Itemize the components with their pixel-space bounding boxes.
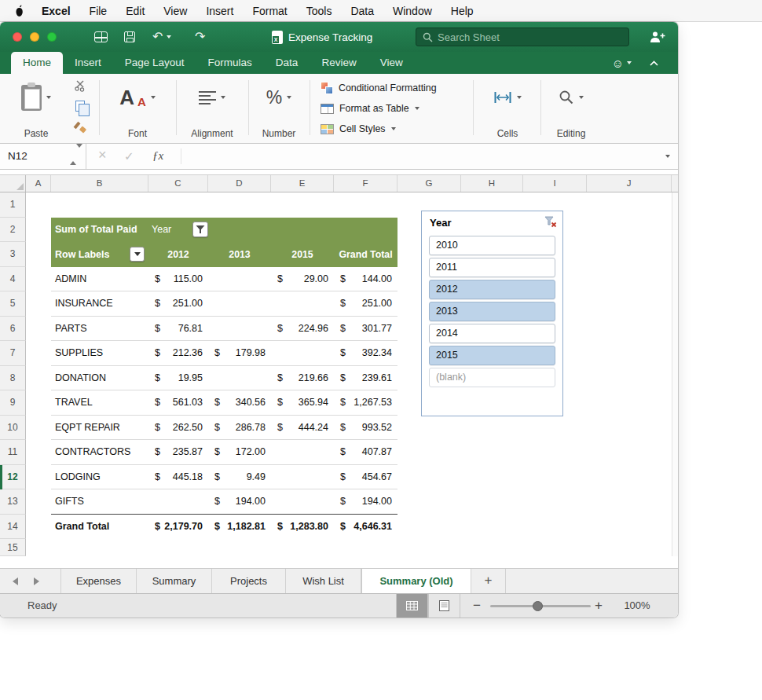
pivot-value-cell[interactable]: $4,646.31 — [334, 521, 397, 532]
column-header-i[interactable]: I — [523, 175, 587, 192]
pivot-row-label[interactable]: TRAVEL — [51, 397, 148, 408]
pivot-row-label[interactable]: LODGING — [51, 471, 148, 482]
pivot-value-cell[interactable]: $1,182.81 — [208, 521, 271, 532]
cancel-entry-icon[interactable]: × — [98, 147, 107, 163]
confirm-entry-icon[interactable]: ✓ — [124, 149, 134, 163]
row-header-4[interactable]: 4 — [0, 267, 26, 292]
pivot-row-label[interactable]: PARTS — [51, 323, 148, 334]
slicer-item-2011[interactable]: 2011 — [429, 258, 555, 277]
column-header-h[interactable]: H — [461, 175, 523, 192]
sheet-tab-summary[interactable]: Summary — [137, 569, 212, 593]
row-header-7[interactable]: 7 — [0, 341, 26, 366]
row-header-14[interactable]: 14 — [0, 515, 26, 540]
menu-item-help[interactable]: Help — [441, 5, 483, 17]
pivot-value-cell[interactable]: $219.66 — [271, 372, 334, 383]
slicer-item-2014[interactable]: 2014 — [429, 324, 555, 343]
pivot-row-label[interactable]: ADMIN — [51, 273, 148, 284]
pivot-value-cell[interactable]: $286.78 — [208, 422, 271, 433]
ribbon-tab-data[interactable]: Data — [264, 52, 310, 74]
apple-menu-icon[interactable] — [14, 5, 24, 17]
name-box-stepper[interactable] — [70, 148, 81, 162]
ribbon-tab-formulas[interactable]: Formulas — [196, 52, 264, 74]
ribbon-tab-insert[interactable]: Insert — [63, 52, 113, 74]
copy-icon[interactable] — [72, 98, 88, 114]
name-box[interactable]: N12 — [0, 144, 86, 169]
normal-view-button[interactable] — [396, 594, 428, 618]
column-header-d[interactable]: D — [208, 175, 271, 192]
pivot-value-cell[interactable]: $2,179.70 — [148, 521, 208, 532]
pivot-value-cell[interactable]: $144.00 — [334, 273, 397, 284]
editing-button[interactable] — [545, 79, 597, 116]
ribbon-tab-view[interactable]: View — [368, 52, 415, 74]
pivot-value-cell[interactable]: $224.96 — [271, 323, 334, 334]
formula-bar[interactable]: N12 × ✓ ƒx — [0, 144, 678, 170]
pivot-row-label[interactable]: DONATION — [51, 372, 148, 383]
pivot-value-cell[interactable]: $194.00 — [334, 496, 397, 507]
row-header-8[interactable]: 8 — [0, 366, 26, 391]
column-header-a[interactable]: A — [26, 175, 51, 192]
zoom-out-button[interactable]: − — [473, 594, 481, 617]
row-labels-dropdown-button[interactable] — [130, 247, 145, 262]
menu-item-tools[interactable]: Tools — [297, 5, 342, 17]
row-header-6[interactable]: 6 — [0, 317, 26, 342]
ribbon-tab-review[interactable]: Review — [310, 52, 368, 74]
search-input[interactable] — [438, 31, 622, 43]
cut-icon[interactable] — [72, 78, 88, 93]
column-header-b[interactable]: B — [51, 175, 148, 192]
feedback-smiley-icon[interactable]: ☺ — [612, 57, 632, 70]
row-header-2[interactable]: 2 — [0, 218, 26, 243]
row-header-5[interactable]: 5 — [0, 291, 26, 317]
redo-icon[interactable]: ↷ — [195, 22, 205, 52]
sheet-tab-expenses[interactable]: Expenses — [61, 569, 137, 593]
column-header-j[interactable]: J — [587, 175, 672, 192]
font-button[interactable]: AA — [104, 79, 171, 116]
sheet-grid[interactable]: 123456789101112131415 Sum of Total Paid … — [0, 192, 678, 556]
column-header-e[interactable]: E — [271, 175, 334, 192]
conditional-formatting-button[interactable]: Conditional Formatting — [321, 80, 437, 96]
format-as-table-button[interactable]: Format as Table — [321, 101, 419, 116]
sheet-tab-wish-list[interactable]: Wish List — [286, 569, 361, 593]
row-header-11[interactable]: 11 — [0, 440, 26, 465]
pivot-row-label[interactable]: SUPPLIES — [51, 347, 148, 358]
clear-filter-icon[interactable] — [544, 216, 557, 231]
pivot-column-header-grand-total[interactable]: Grand Total — [334, 249, 397, 260]
close-window-button[interactable] — [13, 32, 22, 42]
pivot-value-cell[interactable]: $262.50 — [148, 422, 208, 433]
pivot-value-cell[interactable]: $19.95 — [148, 372, 208, 383]
pivot-value-cell[interactable]: $365.94 — [271, 397, 334, 408]
pivot-title[interactable]: Sum of Total Paid — [51, 224, 148, 235]
pivot-value-cell[interactable]: $212.36 — [148, 347, 208, 358]
pivot-value-cell[interactable]: $251.00 — [148, 298, 208, 309]
pivot-row-label[interactable]: INSURANCE — [51, 298, 148, 309]
pivot-value-cell[interactable]: $239.61 — [334, 372, 397, 383]
add-sheet-button[interactable]: + — [471, 569, 506, 593]
slicer-item-blank[interactable]: (blank) — [429, 368, 555, 387]
previous-sheet-icon[interactable] — [13, 577, 18, 585]
pivot-value-cell[interactable]: $172.00 — [208, 446, 271, 457]
row-header-15[interactable]: 15 — [0, 539, 26, 556]
slicer-item-2015[interactable]: 2015 — [429, 346, 555, 365]
slicer-item-2013[interactable]: 2013 — [429, 302, 555, 321]
save-icon[interactable] — [124, 22, 135, 52]
undo-dropdown-icon[interactable] — [167, 35, 171, 38]
pivot-row-label[interactable]: GIFTS — [51, 496, 148, 507]
pivot-column-header-2013[interactable]: 2013 — [208, 249, 271, 260]
pivot-row-label[interactable]: CONTRACTORS — [51, 446, 148, 457]
share-add-people-icon[interactable] — [649, 31, 665, 46]
pivot-column-header-2012[interactable]: 2012 — [148, 249, 208, 260]
pivot-value-cell[interactable]: $301.77 — [334, 323, 397, 334]
sheet-tab-projects[interactable]: Projects — [212, 569, 286, 593]
menu-item-file[interactable]: File — [80, 5, 117, 17]
slicer-item-2010[interactable]: 2010 — [429, 236, 555, 255]
pivot-value-cell[interactable]: $235.87 — [148, 446, 208, 457]
pivot-row-label[interactable]: Grand Total — [51, 521, 148, 532]
menu-item-edit[interactable]: Edit — [116, 5, 154, 17]
pivot-value-cell[interactable]: $179.98 — [208, 347, 271, 358]
ribbon-tab-home[interactable]: Home — [11, 52, 63, 74]
row-header-13[interactable]: 13 — [0, 489, 26, 515]
pivot-value-cell[interactable]: $251.00 — [334, 298, 397, 309]
pivot-value-cell[interactable]: $392.34 — [334, 347, 397, 358]
menu-item-format[interactable]: Format — [243, 5, 296, 17]
slicer-item-2012[interactable]: 2012 — [429, 280, 555, 299]
expand-formula-bar-icon[interactable] — [665, 155, 670, 158]
